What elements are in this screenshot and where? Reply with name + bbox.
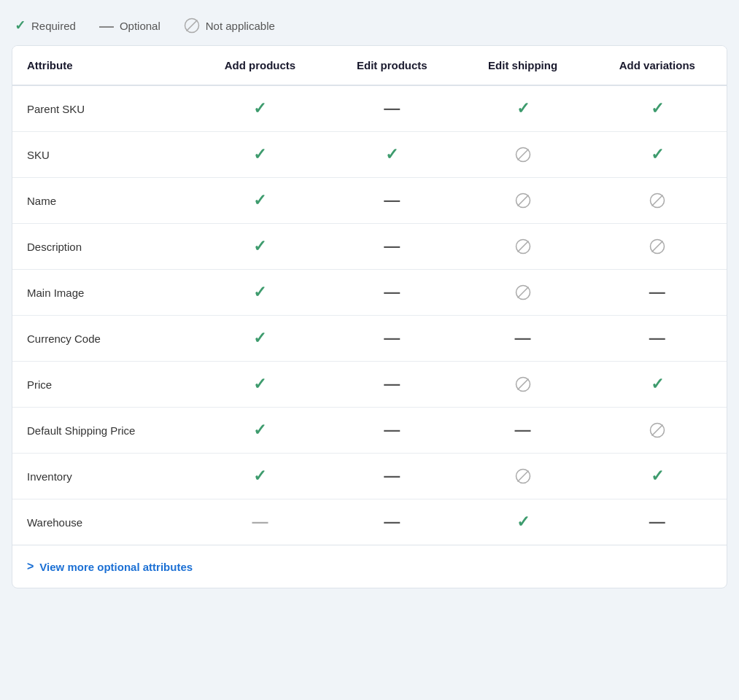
check-icon: ✓ [253,421,266,440]
svg-line-13 [518,287,528,298]
dash-icon: — [384,238,400,254]
cell-edit-shipping [458,454,588,499]
cell-add-products: ✓ [194,408,326,454]
cell-add-variations: ✓ [588,132,727,178]
table-header-row: Attribute Add products Edit products Edi… [12,46,727,85]
cell-edit-products: — [326,224,457,270]
table-row: Description ✓ — [12,224,727,270]
cell-add-products: ✓ [194,454,326,499]
legend-na: Not applicable [184,18,275,34]
table-row: Main Image ✓ — — [12,270,727,316]
dash-icon: — [384,514,400,530]
check-icon: ✓ [253,283,266,302]
na-cell-icon [515,192,531,209]
chevron-right-icon: > [27,560,34,573]
check-icon: ✓ [651,467,664,486]
cell-edit-products: — [326,85,457,132]
table-row: Inventory ✓ — ✓ [12,454,727,499]
dash-icon: — [649,514,665,530]
na-cell-icon [515,468,531,484]
cell-edit-shipping [458,270,588,316]
cell-edit-shipping [458,224,588,270]
dash-icon: — [515,422,531,438]
view-more-link[interactable]: > View more optional attributes [27,560,712,573]
dash-icon: — [649,330,665,346]
dash-icon: — [384,284,400,300]
cell-add-products: ✓ [194,270,326,316]
table-row: SKU ✓ ✓ ✓ [12,132,727,178]
check-icon: ✓ [516,99,530,118]
cell-add-variations: — [588,316,727,362]
legend-required: ✓ Required [15,18,76,34]
check-icon: ✓ [253,467,266,486]
check-icon: ✓ [253,329,266,348]
svg-line-11 [652,241,662,252]
svg-line-5 [518,195,528,206]
cell-add-variations [588,224,727,270]
table-row: Default Shipping Price ✓ — — [12,408,727,454]
cell-edit-products: — [326,454,457,499]
legend-optional: — Optional [99,18,160,33]
dash-icon: — [384,330,400,346]
check-icon: ✓ [253,191,266,210]
cell-add-products: ✓ [194,178,326,224]
na-cell-icon [649,422,665,438]
cell-attribute: Price [12,362,194,408]
cell-attribute: Warehouse [12,499,194,545]
cell-add-variations: ✓ [588,454,727,499]
cell-add-variations: ✓ [588,362,727,408]
cell-attribute: Description [12,224,194,270]
svg-line-9 [518,241,528,252]
check-icon: ✓ [516,513,530,532]
attributes-table: Attribute Add products Edit products Edi… [12,46,727,588]
cell-add-variations [588,178,727,224]
cell-edit-products: ✓ [326,132,457,178]
svg-line-15 [518,379,528,389]
cell-edit-shipping [458,132,588,178]
check-icon: ✓ [651,99,664,118]
na-label: Not applicable [206,20,275,32]
dash-icon: — [384,192,400,209]
footer-row: > View more optional attributes [12,545,727,588]
col-header-edit-shipping: Edit shipping [458,46,588,85]
cell-add-variations: ✓ [588,85,727,132]
check-icon: ✓ [253,375,266,394]
col-header-edit-products: Edit products [326,46,457,85]
svg-line-3 [518,149,528,160]
cell-edit-products: — [326,270,457,316]
check-icon: ✓ [651,375,664,394]
cell-add-products: ✓ [194,85,326,132]
cell-add-products: ✓ [194,224,326,270]
dash-icon: — [515,330,531,346]
cell-edit-products: — [326,178,457,224]
na-cell-icon [515,376,531,392]
check-icon: ✓ [253,99,266,118]
cell-attribute: Parent SKU [12,85,194,132]
page-container: ✓ Required — Optional Not applicable Att… [0,0,739,700]
table-row: Currency Code ✓ — — — [12,316,727,362]
cell-edit-shipping: ✓ [458,85,588,132]
dash-light-icon: — [252,514,268,530]
col-header-attribute: Attribute [12,46,194,85]
dash-icon: — [384,422,400,438]
check-icon: ✓ [385,145,398,164]
optional-dash-icon: — [99,18,114,33]
na-cell-icon [515,238,531,254]
legend: ✓ Required — Optional Not applicable [12,12,727,45]
required-check-icon: ✓ [15,18,26,34]
table-row: Name ✓ — [12,178,727,224]
cell-edit-products: — [326,499,457,545]
dash-icon: — [384,101,400,117]
optional-label: Optional [120,20,160,32]
cell-add-products: ✓ [194,316,326,362]
dash-icon: — [649,284,665,300]
check-icon: ✓ [253,237,266,256]
cell-edit-shipping: — [458,408,588,454]
na-cell-icon [515,147,531,163]
cell-edit-shipping: — [458,316,588,362]
svg-line-1 [187,20,197,31]
cell-attribute: SKU [12,132,194,178]
col-header-add-variations: Add variations [588,46,727,85]
dash-icon: — [384,468,400,484]
footer-cell: > View more optional attributes [12,545,727,588]
